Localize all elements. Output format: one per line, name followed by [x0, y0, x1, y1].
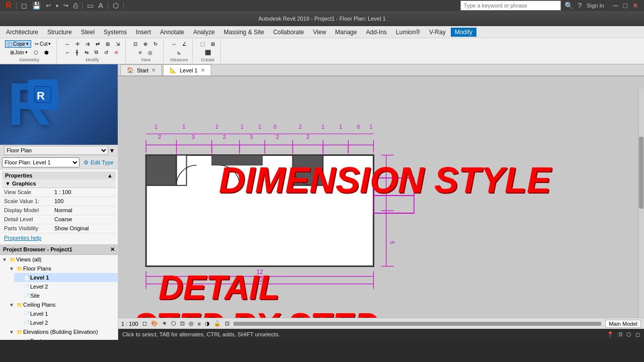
zoom-in-btn[interactable]: ⊕ [141, 40, 150, 48]
floorplans-toggle[interactable]: ▼ [9, 266, 16, 272]
snap-btn[interactable]: ⬡ [111, 2, 120, 10]
tree-floor-plans[interactable]: ▼ 📁 Floor Plans [7, 264, 118, 273]
render-icon[interactable]: 🎨 [151, 320, 158, 327]
move-button[interactable]: ✛ [73, 40, 82, 48]
graphics-toggle[interactable]: ▼ [5, 180, 11, 187]
temp-hide-btn[interactable]: ◎ [145, 49, 155, 56]
create-part-btn[interactable]: ⬚ [198, 40, 207, 48]
edit-type-button[interactable]: ⚙ Edit Type [82, 158, 116, 167]
menu-analyze[interactable]: Analyze [189, 28, 219, 37]
properties-help-link[interactable]: Properties help [4, 235, 41, 241]
search-input[interactable] [460, 1, 561, 11]
redo-btn[interactable]: ↪ [62, 2, 70, 9]
align-button[interactable]: ↔ [62, 40, 72, 48]
crop-icon[interactable]: ⊡ [180, 320, 185, 327]
measure-dist-btn[interactable]: ↔ [169, 40, 179, 48]
spin-btn[interactable]: ↻ [151, 40, 160, 48]
menu-steel[interactable]: Steel [77, 28, 99, 37]
save-btn[interactable]: 💾 [31, 2, 42, 10]
copy-button[interactable]: ⧉ [92, 48, 101, 56]
assembly-btn[interactable]: ⊞ [208, 40, 217, 48]
model-selector[interactable]: Main Model [605, 320, 641, 328]
rotate-button[interactable]: ↺ [102, 49, 111, 56]
browser-close-btn[interactable]: ✕ [110, 246, 115, 253]
thin-icon[interactable]: ≡ [198, 321, 201, 327]
menu-insert[interactable]: Insert [132, 28, 155, 37]
measure-angle-btn[interactable]: ∠ [180, 40, 189, 48]
offset-button[interactable]: ⇉ [83, 40, 92, 48]
undo-btn[interactable]: ↩ [44, 2, 52, 9]
cope-button[interactable]: ⬚ Cope ▾ [5, 40, 31, 48]
menu-structure[interactable]: Structure [43, 28, 76, 37]
view-type-select[interactable]: Floor Plan [4, 146, 108, 155]
help-icon[interactable]: ? [577, 2, 584, 10]
properties-header[interactable]: Properties ▲ [2, 171, 116, 179]
menu-addins[interactable]: Add-Ins [362, 28, 390, 37]
menu-vray[interactable]: V-Ray [425, 28, 450, 37]
cope-dropdown[interactable]: ▾ [26, 41, 29, 46]
properties-collapse-icon[interactable]: ▲ [107, 172, 113, 178]
search-icon[interactable]: 🔍 [563, 2, 575, 10]
delete-button[interactable]: ✕ [112, 49, 121, 56]
tab-level1-close[interactable]: ✕ [201, 67, 205, 73]
revit-menu-btn[interactable]: R [4, 1, 13, 10]
print-btn[interactable]: ⎙ [72, 2, 79, 10]
vertical-scrollbar[interactable] [638, 88, 644, 329]
thin-lines-btn[interactable]: ≡ [136, 49, 144, 56]
views-toggle[interactable]: ▼ [2, 257, 9, 262]
tab-level1[interactable]: 📐 Level 1 ✕ [163, 64, 211, 75]
signin-btn[interactable]: Sign In [585, 3, 605, 9]
tag-btn[interactable]: A [97, 2, 105, 10]
menu-modify[interactable]: Modify [451, 28, 476, 37]
close-btn[interactable]: ✕ [631, 2, 640, 10]
cut-dropdown[interactable]: ▾ [48, 41, 51, 46]
geometry-extra2[interactable]: ⬟ [42, 49, 51, 56]
ceiling-toggle[interactable]: ▼ [9, 302, 16, 308]
menu-annotate[interactable]: Annotate [156, 28, 188, 37]
measure-btn[interactable]: ▭ [86, 2, 95, 10]
lock-icon[interactable]: 🔓 [214, 320, 221, 327]
tab-start-close[interactable]: ✕ [151, 67, 155, 73]
view-type-dropdown[interactable]: ▾ [110, 146, 114, 154]
elevations-toggle[interactable]: ▼ [9, 329, 16, 335]
menu-systems[interactable]: Systems [100, 28, 131, 37]
sun-icon[interactable]: ☀ [162, 320, 167, 327]
menu-manage[interactable]: Manage [331, 28, 361, 37]
menu-architecture[interactable]: Architecture [2, 28, 42, 37]
menu-massing[interactable]: Massing & Site [220, 28, 268, 37]
join-dropdown[interactable]: ▾ [25, 50, 28, 55]
split-button[interactable]: ╂ [73, 49, 81, 56]
undo-dropdown[interactable]: ▾ [54, 3, 60, 9]
menu-lumion[interactable]: Lumion® [392, 28, 424, 37]
tree-level2-floor[interactable]: 📄 Level 2 [14, 282, 118, 291]
shadow-icon[interactable]: ◑ [205, 320, 210, 327]
join-button[interactable]: ⊞ Join ▾ [8, 49, 30, 56]
create-extra-btn[interactable]: ⬛ [202, 49, 213, 56]
minimize-btn[interactable]: ─ [612, 2, 620, 10]
tree-elevations[interactable]: ▼ 📁 Elevations (Building Elevation) [7, 327, 118, 336]
tree-views-all[interactable]: ▼ 📁 Views (all) [0, 255, 118, 264]
new-btn[interactable]: ◻ [20, 2, 29, 10]
zoom-region-btn[interactable]: ⊡ [131, 40, 140, 48]
tab-start[interactable]: 🏠 Start ✕ [120, 64, 162, 75]
menu-collaborate[interactable]: Collaborate [269, 28, 308, 37]
tree-level1-floor[interactable]: 📄 Level 1 [14, 273, 118, 282]
mirror1-button[interactable]: ⇄ [93, 40, 102, 48]
trim-button[interactable]: ⌐ [64, 49, 72, 56]
array-button[interactable]: ⊞ [103, 40, 112, 48]
vertical-scroll-thumb[interactable] [639, 137, 643, 209]
type-selector[interactable]: Floor Plan: Level 1 [2, 157, 79, 167]
tree-site-floor[interactable]: 📄 Site [14, 291, 118, 300]
mirror2-button[interactable]: ⇋ [82, 49, 91, 56]
region-icon[interactable]: ⬡ [171, 320, 176, 327]
tree-ceiling-level2[interactable]: 📄 Level 2 [14, 318, 118, 327]
cut-button[interactable]: ✂ Cut ▾ [32, 40, 54, 48]
tree-east[interactable]: 📄 East [14, 336, 118, 340]
geometry-extra1[interactable]: ⬡ [31, 49, 41, 56]
tree-ceiling-plans[interactable]: ▼ 📁 Ceiling Plans [7, 300, 118, 309]
tree-ceiling-level1[interactable]: 📄 Level 1 [14, 309, 118, 318]
align-dim-btn[interactable]: ⊾ [175, 49, 184, 56]
menu-view[interactable]: View [309, 28, 330, 37]
view-cube-icon[interactable]: ⊡ [225, 320, 229, 327]
maximize-btn[interactable]: □ [622, 2, 629, 10]
